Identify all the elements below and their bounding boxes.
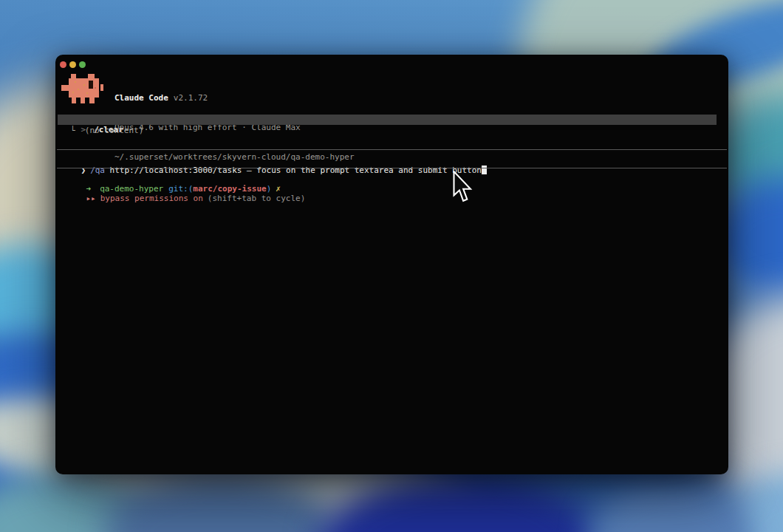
- terminal-window: Claude Codev2.1.72 Opus 4.6 with high ef…: [55, 55, 728, 474]
- app-title: Claude Code: [114, 93, 168, 103]
- claude-code-logo-icon: [61, 74, 103, 103]
- close-button[interactable]: [60, 61, 66, 68]
- permissions-mode-line: ▸▸bypass permissions on(shift+tab to cyc…: [66, 184, 305, 213]
- app-title-line: Claude Codev2.1.72: [114, 93, 355, 103]
- version-text: v2.1.72: [174, 93, 208, 103]
- mode-hint: (shift+tab to cycle): [208, 194, 305, 203]
- window-controls: [60, 61, 86, 68]
- text-cursor-icon: [482, 166, 487, 174]
- zoom-button[interactable]: [79, 61, 86, 68]
- mode-label: bypass permissions on: [100, 194, 203, 203]
- divider-bottom: [57, 168, 727, 168]
- mode-chevrons-icon: ▸▸: [86, 194, 96, 203]
- minimize-button[interactable]: [69, 61, 76, 68]
- mouse-cursor-icon: [452, 171, 473, 205]
- history-command-row: >/clear: [58, 115, 717, 125]
- history-result: └ (no content): [70, 126, 143, 135]
- divider-top: [57, 149, 727, 150]
